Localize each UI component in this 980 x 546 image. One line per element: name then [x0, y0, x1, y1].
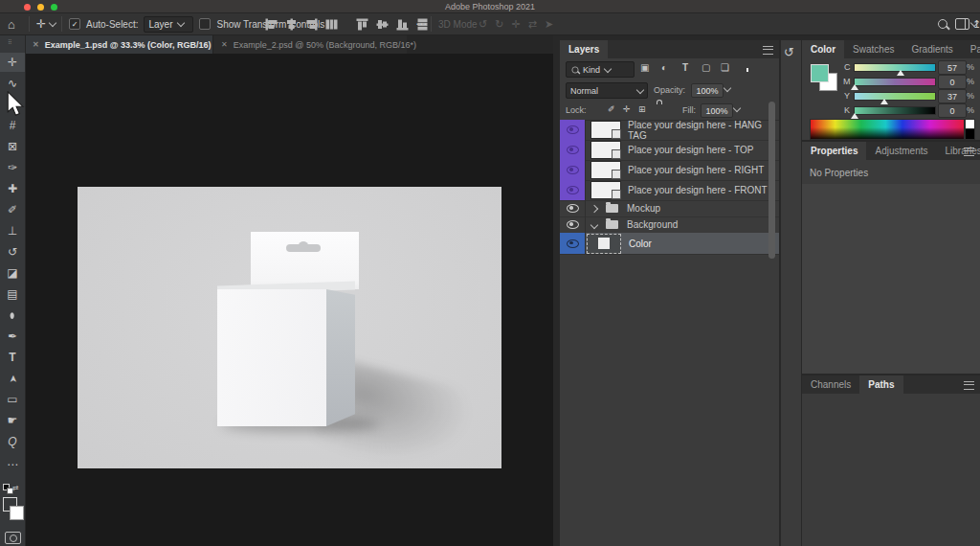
blend-mode-dropdown[interactable]: Normal: [566, 82, 648, 99]
tab-color[interactable]: Color: [802, 40, 844, 58]
chevron-down-icon[interactable]: [590, 220, 598, 228]
close-tab-icon[interactable]: ✕: [221, 40, 228, 49]
close-tab-icon[interactable]: ✕: [33, 40, 39, 49]
layer-row-hang-tag[interactable]: Place your design here - HANG TAG: [560, 120, 779, 141]
filter-shape-layers-icon[interactable]: ▢: [702, 62, 710, 73]
fill-value[interactable]: 100%: [701, 103, 733, 118]
pen-tool[interactable]: [0, 327, 25, 346]
document-tab-inactive[interactable]: ✕ Example_2.psd @ 50% (Background, RGB/1…: [212, 35, 407, 54]
group-row-mockup[interactable]: Mockup: [560, 200, 779, 217]
align-bottom-edges-button[interactable]: [393, 15, 411, 33]
tab-swatches[interactable]: Swatches: [844, 40, 902, 58]
filter-pixel-layers-icon[interactable]: ▣: [640, 62, 649, 73]
tab-gradients[interactable]: Gradients: [902, 40, 961, 58]
chevron-right-icon[interactable]: [590, 204, 598, 212]
visibility-cell[interactable]: [560, 233, 586, 254]
layers-scrollbar[interactable]: [768, 102, 775, 259]
tab-patterns[interactable]: Patterns: [962, 40, 980, 58]
visibility-cell[interactable]: [560, 160, 586, 180]
lock-image-pixels-icon[interactable]: ✐: [608, 104, 615, 114]
align-horizontal-centers-button[interactable]: [282, 15, 300, 33]
tab-paths[interactable]: Paths: [859, 375, 902, 394]
swap-colors-icon[interactable]: ⇄: [12, 484, 19, 492]
move-tool[interactable]: [0, 53, 25, 72]
cyan-value[interactable]: 57: [938, 60, 967, 75]
visibility-cell[interactable]: [560, 120, 586, 140]
yellow-slider[interactable]: [854, 92, 936, 101]
blur-tool[interactable]: [0, 306, 25, 325]
visibility-cell[interactable]: [560, 200, 586, 216]
magenta-value[interactable]: 0: [938, 75, 967, 89]
hand-tool[interactable]: [0, 411, 25, 430]
color-spectrum-ramp[interactable]: [810, 119, 965, 140]
foreground-color-swatch[interactable]: [811, 64, 829, 82]
history-brush-tool[interactable]: [0, 242, 25, 262]
document-tab-active[interactable]: ✕ Example_1.psd @ 33.3% (Color, RGB/16) …: [25, 35, 212, 54]
lasso-tool[interactable]: [0, 74, 25, 93]
group-row-background[interactable]: Background: [560, 216, 779, 234]
background-color-swatch[interactable]: [10, 506, 24, 520]
opacity-value[interactable]: 100%: [691, 83, 724, 98]
search-icon[interactable]: [938, 13, 947, 34]
tab-adjustments[interactable]: Adjustments: [866, 142, 936, 160]
panel-menu-icon[interactable]: [964, 148, 974, 156]
slice-tool[interactable]: [0, 137, 25, 156]
more-align-options-button[interactable]: ⋯: [415, 13, 427, 34]
gradient-tool[interactable]: [0, 284, 25, 304]
black-slider[interactable]: [854, 106, 936, 115]
align-vertical-centers-button[interactable]: [373, 15, 390, 33]
eyedropper-tool[interactable]: [0, 158, 25, 177]
zoom-tool[interactable]: [0, 432, 25, 451]
lock-artboard-icon[interactable]: ⊞: [638, 104, 646, 114]
align-right-edges-button[interactable]: [302, 15, 320, 33]
history-panel-icon[interactable]: ↺: [784, 45, 794, 59]
edit-toolbar-button[interactable]: [0, 455, 25, 474]
layer-filter-kind-dropdown[interactable]: Kind: [566, 61, 635, 78]
show-transform-controls-checkbox[interactable]: [199, 18, 211, 30]
brush-tool[interactable]: [0, 200, 25, 219]
clone-stamp-tool[interactable]: [0, 221, 25, 240]
tab-properties[interactable]: Properties: [802, 142, 866, 160]
panel-menu-icon[interactable]: [763, 46, 773, 55]
auto-select-target-dropdown[interactable]: Layer: [144, 16, 193, 33]
visibility-cell[interactable]: [560, 180, 586, 200]
chevron-down-icon[interactable]: [733, 104, 741, 112]
chevron-down-icon[interactable]: [724, 84, 731, 92]
layer-thumbnail[interactable]: [590, 161, 621, 179]
slider-handle[interactable]: [851, 84, 858, 90]
canvas-area[interactable]: [26, 54, 553, 546]
layer-row-top[interactable]: Place your design here - TOP: [560, 140, 779, 161]
align-top-edges-button[interactable]: [353, 15, 370, 33]
fill-layer-thumbnail[interactable]: [587, 234, 621, 254]
layer-row-right[interactable]: Place your design here - RIGHT: [560, 160, 779, 181]
default-colors-icon[interactable]: [3, 484, 10, 490]
eraser-tool[interactable]: [0, 263, 25, 283]
cyan-slider[interactable]: [854, 63, 936, 72]
crop-tool[interactable]: [0, 116, 25, 135]
filter-adjustment-layers-icon[interactable]: ◐: [661, 62, 667, 73]
yellow-value[interactable]: 37: [938, 89, 967, 103]
slider-handle[interactable]: [880, 99, 888, 104]
tab-channels[interactable]: Channels: [802, 375, 859, 394]
visibility-cell[interactable]: [560, 140, 586, 160]
slider-handle[interactable]: [897, 70, 904, 76]
rectangle-tool[interactable]: [0, 390, 25, 409]
layer-row-front[interactable]: Place your design here - FRONT: [560, 180, 779, 201]
share-icon[interactable]: ↥: [972, 13, 980, 34]
quick-mask-button[interactable]: [5, 532, 21, 544]
visibility-cell[interactable]: [560, 216, 586, 233]
move-tool-preset[interactable]: ✛: [36, 13, 56, 34]
panel-menu-icon[interactable]: [964, 381, 974, 390]
magenta-slider[interactable]: [854, 78, 936, 86]
layer-thumbnail[interactable]: [590, 141, 621, 159]
black-value[interactable]: 0: [938, 103, 967, 118]
filter-smart-objects-icon[interactable]: ❏: [721, 62, 729, 73]
path-selection-tool[interactable]: [0, 369, 25, 388]
home-icon[interactable]: ⌂: [8, 13, 15, 34]
spot-healing-tool[interactable]: [0, 179, 25, 198]
tab-layers[interactable]: Layers: [560, 40, 608, 58]
lock-position-icon[interactable]: ✛: [623, 104, 631, 114]
layer-row-color-selected[interactable]: Color: [560, 233, 779, 255]
layer-thumbnail[interactable]: [590, 121, 621, 139]
filter-type-layers-icon[interactable]: T: [682, 62, 688, 73]
